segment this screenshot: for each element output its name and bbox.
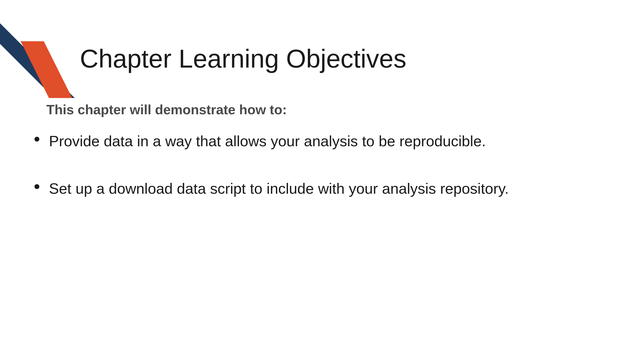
bullet-list: Provide data in a way that allows your a… (33, 130, 509, 225)
bullet-item: Set up a download data script to include… (33, 178, 509, 199)
slide-title: Chapter Learning Objectives (80, 44, 406, 74)
slide-subtitle: This chapter will demonstrate how to: (46, 102, 287, 117)
corner-decoration (0, 0, 77, 99)
bullet-item: Provide data in a way that allows your a… (33, 130, 509, 152)
